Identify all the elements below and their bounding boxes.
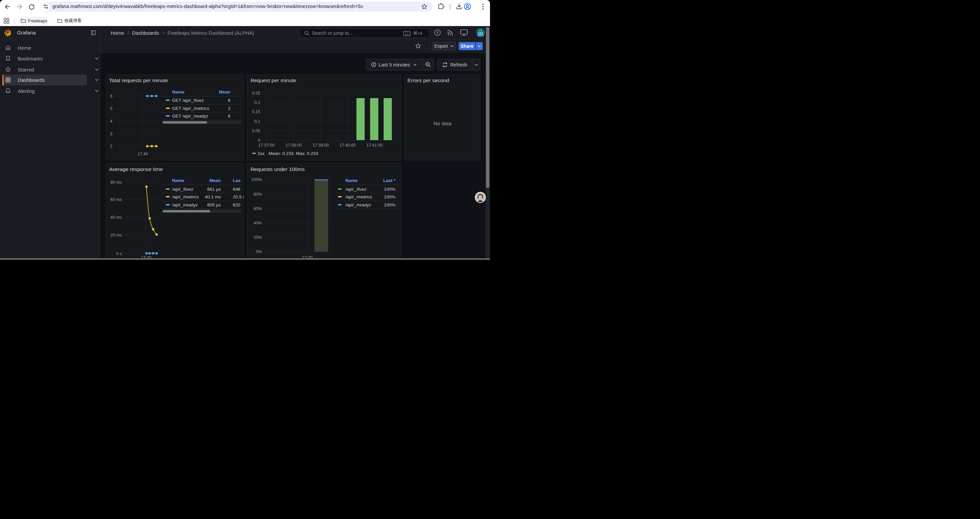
svg-text:17:39:00: 17:39:00 <box>313 143 329 147</box>
svg-text:100%: 100% <box>251 178 262 182</box>
svg-text:20%: 20% <box>253 235 262 240</box>
svg-text:6: 6 <box>110 94 112 99</box>
svg-text:?: ? <box>436 31 439 35</box>
svg-text:17:40: 17:40 <box>137 152 148 156</box>
svg-text:0.2: 0.2 <box>255 100 260 105</box>
svg-text:17:40:00: 17:40:00 <box>340 143 356 147</box>
svg-text:4: 4 <box>110 119 112 124</box>
svg-text:17:37:00: 17:37:00 <box>258 143 275 147</box>
svg-text:0.25: 0.25 <box>252 91 260 96</box>
svg-text:80 ms: 80 ms <box>110 180 122 185</box>
svg-text:3: 3 <box>110 131 112 136</box>
svg-text:40%: 40% <box>253 221 262 225</box>
svg-text:60 ms: 60 ms <box>110 197 122 202</box>
svg-text:0.05: 0.05 <box>252 129 260 133</box>
svg-text:17:40: 17:40 <box>141 256 151 258</box>
svg-text:17:41:00: 17:41:00 <box>366 143 383 147</box>
svg-text:5: 5 <box>110 106 112 111</box>
svg-text:2: 2 <box>110 144 112 149</box>
svg-text:40 ms: 40 ms <box>110 216 122 220</box>
svg-text:20 ms: 20 ms <box>110 233 122 238</box>
svg-text:0.15: 0.15 <box>252 110 260 114</box>
svg-text:0 s: 0 s <box>116 251 122 256</box>
svg-text:17:38:00: 17:38:00 <box>286 143 302 147</box>
svg-text:0%: 0% <box>256 249 262 254</box>
svg-text:80%: 80% <box>253 192 262 197</box>
svg-text:17:40: 17:40 <box>302 256 313 258</box>
svg-text:60%: 60% <box>253 206 262 211</box>
svg-text:0: 0 <box>258 138 260 143</box>
svg-text:0.1: 0.1 <box>255 119 260 124</box>
